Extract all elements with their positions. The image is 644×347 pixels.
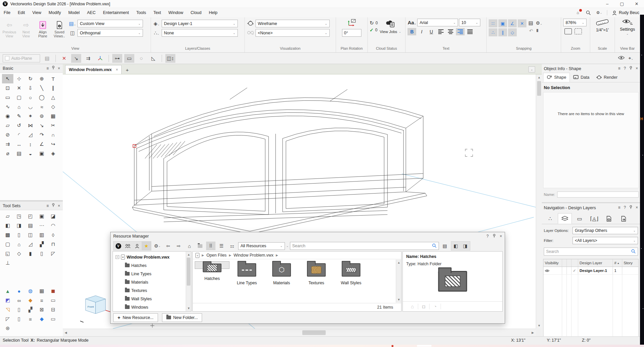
new-resource-button[interactable]: + New Resource... xyxy=(113,313,158,322)
menu-edit[interactable]: Edit xyxy=(14,8,29,17)
snap-edge-button[interactable]: ∥ xyxy=(498,28,507,36)
layout-left-panel-icon[interactable]: ◧ xyxy=(451,242,461,250)
saved-views-button[interactable]: Saved Views⌄ xyxy=(52,19,67,39)
help-icon[interactable]: ? xyxy=(486,234,489,239)
tree-item-materials[interactable]: Materials xyxy=(113,278,191,286)
callout-tool[interactable]: ⊡ xyxy=(2,83,13,93)
regular-polygon-tool[interactable]: ◇ xyxy=(47,102,59,111)
grid-view-icon[interactable]: ⠿ xyxy=(206,242,215,250)
close-button[interactable]: ✕ xyxy=(629,0,644,8)
snap-arc-icon[interactable]: ↶ xyxy=(529,28,533,33)
pin-icon[interactable] xyxy=(493,234,496,239)
framing-tool[interactable]: ▤ xyxy=(25,221,36,230)
snap-intersection-button[interactable]: ✕ xyxy=(518,19,526,27)
menu-tools[interactable]: Tools xyxy=(133,8,150,17)
menu-model[interactable]: Model xyxy=(64,8,83,17)
object-render-icon[interactable]: ◘ xyxy=(418,304,430,309)
projection-icon[interactable]: ◫ xyxy=(69,30,76,36)
dim-linear-tool[interactable]: ↔ xyxy=(13,139,25,149)
text-tool[interactable]: T xyxy=(47,74,59,83)
help-icon[interactable]: ? xyxy=(624,66,626,71)
menu-file[interactable]: File xyxy=(0,8,14,17)
slab-tool[interactable]: ◧ xyxy=(2,221,13,230)
palette-options[interactable]: ⊛ xyxy=(2,324,13,333)
arc-tool[interactable]: △ xyxy=(47,93,59,102)
circle-tool[interactable]: ○ xyxy=(25,93,36,102)
view-mode-icon[interactable]: ▤⌄ xyxy=(69,21,76,27)
surface-tool[interactable]: ∩ xyxy=(47,130,59,139)
selection-tool[interactable]: ↖ xyxy=(2,74,13,83)
tree-root-item[interactable]: − v Window Problem.vwx xyxy=(113,253,191,261)
menu-modify[interactable]: Modify xyxy=(45,8,65,17)
new-tab-button[interactable]: + xyxy=(122,67,133,74)
snap-plane-icon[interactable]: ▤ xyxy=(528,20,533,26)
favorites-icon[interactable]: ★ xyxy=(142,242,151,250)
scroll-left-icon[interactable]: ◀ xyxy=(63,330,69,336)
scroll-down-icon[interactable]: ▼ xyxy=(536,323,542,329)
nav-saved-views-icon[interactable] xyxy=(602,213,616,224)
tab-data[interactable]: Data xyxy=(570,73,593,82)
tree-item-windows[interactable]: Windows xyxy=(113,303,191,311)
list-view-icon[interactable]: ☰ xyxy=(217,242,226,250)
fillet-tool[interactable]: ◜ xyxy=(13,130,25,139)
scroll-up-icon[interactable]: ▲ xyxy=(396,260,402,266)
column-tool[interactable]: ▮ xyxy=(25,249,36,258)
grid-scrollbar[interactable]: ▲ ▼ xyxy=(396,260,401,303)
eyedropper-tool[interactable]: ✎ xyxy=(13,111,25,121)
menu-entertainment[interactable]: Entertainment xyxy=(99,8,133,17)
palette-menu-icon[interactable]: ≡ xyxy=(46,66,49,71)
snapping-gear-icon[interactable]: ⚙⌄ xyxy=(536,20,542,26)
massing-model-tool[interactable]: ◼ xyxy=(47,286,59,296)
unfold-tool[interactable]: ⇩ xyxy=(25,83,36,93)
new-folder-button[interactable]: New Folder... xyxy=(162,313,202,322)
horizontal-scrollbar[interactable]: ◀ ▶ xyxy=(63,329,536,336)
workgroup-libraries-icon[interactable] xyxy=(123,242,132,250)
corner-mark-tool[interactable]: ◹ xyxy=(2,305,13,314)
window-mode-icon[interactable]: ◫↕ xyxy=(165,54,175,63)
house-render-icon[interactable]: ⌂ xyxy=(407,304,418,309)
filter-chevron-icon[interactable]: ⌄ xyxy=(286,245,289,248)
pan-tool[interactable]: ⊹ xyxy=(13,74,25,83)
layer-row[interactable]: ✓ Design Layer-1 1 xyxy=(543,267,638,275)
light-tool[interactable]: ◆ xyxy=(25,296,36,305)
gear-icon[interactable]: ⚙⌄ xyxy=(596,10,602,16)
scroll-down-icon[interactable]: ▼ xyxy=(186,305,192,311)
mirror-tool[interactable]: ⋈ xyxy=(25,121,36,130)
tab-render[interactable]: Render xyxy=(593,73,621,82)
view-bar-settings[interactable]: Settings xyxy=(620,27,635,32)
design-layer-select[interactable]: Design Layer-1⌄ xyxy=(162,20,238,27)
curved-ramp-tool[interactable]: ◇ xyxy=(13,249,25,258)
resource-textures[interactable]: Textures xyxy=(299,261,334,303)
close-icon[interactable]: × xyxy=(636,66,638,71)
underline-button[interactable]: U xyxy=(427,28,436,35)
zoom-tool[interactable]: ⊕ xyxy=(36,74,47,83)
wall-tool[interactable]: ▱ xyxy=(2,212,13,221)
split-tool[interactable]: ✂ xyxy=(47,121,59,130)
teapot-render-icon[interactable]: ◔ xyxy=(430,304,441,309)
footing-tool[interactable]: ⊥ xyxy=(2,258,13,268)
stack-tool[interactable]: ≡ xyxy=(25,314,36,324)
render-style-select[interactable]: <None>⌄ xyxy=(256,29,330,37)
select-similar-tool[interactable]: ⊚ xyxy=(36,111,47,121)
spline-tool[interactable]: ≈ xyxy=(36,102,47,111)
object-info-header[interactable]: Object Info - Shape ≡ ? × xyxy=(542,64,640,73)
fillet-brush-tool[interactable]: ↘ xyxy=(36,121,47,130)
resource-manager-window[interactable]: Resource Manager ? × V ★ ⚙⌄ ⇦ ⇨ ⌂ ⠿ ☰ ⚏ … xyxy=(110,232,505,324)
tab-close-icon[interactable]: × xyxy=(116,67,118,72)
object-name-input[interactable] xyxy=(557,192,639,198)
vscroll-thumb[interactable] xyxy=(537,81,541,96)
resource-manager-titlebar[interactable]: Resource Manager ? × xyxy=(111,232,505,241)
class-select[interactable]: None⌄ xyxy=(162,29,238,37)
nav-references-icon[interactable] xyxy=(617,213,631,224)
line-tool[interactable]: ╲ xyxy=(36,83,47,93)
breadcrumb-open-files[interactable]: Open Files xyxy=(206,253,226,258)
visibility-eye-icon[interactable] xyxy=(618,55,625,61)
panel-tool[interactable]: ▯ xyxy=(13,305,25,314)
menu-help[interactable]: Help xyxy=(205,8,221,17)
resource-hatches[interactable]: Hatches xyxy=(195,261,229,269)
door-insert-tool[interactable]: ◪ xyxy=(47,212,59,221)
tree-item-line-types[interactable]: Line Types xyxy=(113,270,191,278)
axis-3d-icon[interactable] xyxy=(95,54,105,63)
hscroll-thumb[interactable] xyxy=(302,330,326,335)
search-icon[interactable] xyxy=(586,10,592,16)
